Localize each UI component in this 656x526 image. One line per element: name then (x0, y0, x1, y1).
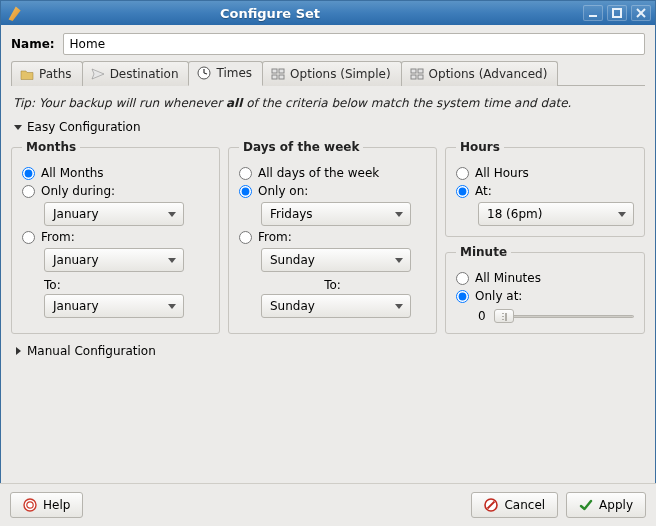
chevron-down-icon (394, 209, 404, 219)
radio-label: Only on: (258, 184, 308, 198)
days-only-on-option[interactable]: Only on: (239, 184, 426, 198)
svg-rect-9 (272, 75, 277, 79)
radio-label: Only during: (41, 184, 115, 198)
months-all-option[interactable]: All Months (22, 166, 209, 180)
expander-label: Manual Configuration (27, 344, 156, 358)
hours-at-radio[interactable] (456, 185, 469, 198)
chevron-down-icon (167, 301, 177, 311)
radio-label: At: (475, 184, 492, 198)
tab-options-simple[interactable]: Options (Simple) (262, 61, 401, 86)
months-to-select[interactable]: January (44, 294, 184, 318)
name-input[interactable] (63, 33, 645, 55)
minute-value: 0 (478, 309, 486, 323)
radio-label: All days of the week (258, 166, 379, 180)
hours-all-radio[interactable] (456, 167, 469, 180)
chevron-down-icon (617, 209, 627, 219)
select-value: January (53, 207, 99, 221)
manual-config-expander[interactable]: Manual Configuration (11, 334, 645, 358)
days-from-select[interactable]: Sunday (261, 248, 411, 272)
months-only-during-option[interactable]: Only during: (22, 184, 209, 198)
months-all-radio[interactable] (22, 167, 35, 180)
days-only-on-radio[interactable] (239, 185, 252, 198)
radio-label: All Hours (475, 166, 529, 180)
days-to-select[interactable]: Sunday (261, 294, 411, 318)
tab-bar: Paths Destination Times Options (Simple)… (11, 61, 645, 86)
hours-all-option[interactable]: All Hours (456, 166, 634, 180)
minute-group: Minute All Minutes Only at: 0 (445, 245, 645, 334)
tab-paths[interactable]: Paths (11, 61, 83, 86)
days-only-on-select[interactable]: Fridays (261, 202, 411, 226)
radio-label: From: (258, 230, 292, 244)
tab-label: Options (Advanced) (429, 67, 548, 81)
titlebar: Configure Set (1, 1, 655, 25)
minute-legend: Minute (456, 245, 511, 259)
tab-times[interactable]: Times (188, 61, 263, 86)
select-value: Fridays (270, 207, 313, 221)
tab-label: Paths (39, 67, 72, 81)
months-from-option[interactable]: From: (22, 230, 209, 244)
days-from-radio[interactable] (239, 231, 252, 244)
days-legend: Days of the week (239, 140, 363, 154)
maximize-button[interactable] (607, 5, 627, 21)
tab-options-advanced[interactable]: Options (Advanced) (401, 61, 559, 86)
minute-all-radio[interactable] (456, 272, 469, 285)
months-only-during-radio[interactable] (22, 185, 35, 198)
chevron-down-icon (167, 255, 177, 265)
months-to-label: To: (44, 278, 209, 292)
months-from-select[interactable]: January (44, 248, 184, 272)
chevron-down-icon (394, 255, 404, 265)
tab-label: Options (Simple) (290, 67, 390, 81)
tab-destination[interactable]: Destination (82, 61, 190, 86)
button-label: Help (43, 498, 70, 512)
select-value: January (53, 253, 99, 267)
days-all-option[interactable]: All days of the week (239, 166, 426, 180)
chevron-down-icon (394, 301, 404, 311)
svg-point-15 (24, 499, 36, 511)
select-value: January (53, 299, 99, 313)
button-label: Cancel (504, 498, 545, 512)
tab-label: Times (216, 66, 252, 80)
minute-only-at-option[interactable]: Only at: (456, 289, 634, 303)
easy-config-expander[interactable]: Easy Configuration (11, 118, 645, 140)
select-value: Sunday (270, 299, 315, 313)
svg-rect-11 (411, 69, 416, 73)
days-to-label: To: (239, 278, 426, 292)
expander-label: Easy Configuration (27, 120, 140, 134)
minute-all-option[interactable]: All Minutes (456, 271, 634, 285)
radio-label: All Minutes (475, 271, 541, 285)
days-from-option[interactable]: From: (239, 230, 426, 244)
close-button[interactable] (631, 5, 651, 21)
window-buttons (583, 5, 651, 21)
hours-at-select[interactable]: 18 (6pm) (478, 202, 634, 226)
cancel-button[interactable]: Cancel (471, 492, 558, 518)
months-from-radio[interactable] (22, 231, 35, 244)
hours-at-option[interactable]: At: (456, 184, 634, 198)
months-only-during-select[interactable]: January (44, 202, 184, 226)
slider-thumb[interactable] (494, 309, 514, 323)
minimize-button[interactable] (583, 5, 603, 21)
radio-label: Only at: (475, 289, 522, 303)
window-title: Configure Set (0, 6, 583, 21)
svg-rect-13 (411, 75, 416, 79)
days-group: Days of the week All days of the week On… (228, 140, 437, 334)
radio-label: All Months (41, 166, 104, 180)
minute-only-at-radio[interactable] (456, 290, 469, 303)
clock-icon (197, 66, 211, 80)
help-button[interactable]: Help (10, 492, 83, 518)
options-icon (271, 67, 285, 81)
send-icon (91, 67, 105, 81)
days-all-radio[interactable] (239, 167, 252, 180)
select-value: Sunday (270, 253, 315, 267)
chevron-down-icon (167, 209, 177, 219)
button-label: Apply (599, 498, 633, 512)
cancel-icon (484, 498, 498, 512)
minute-slider[interactable] (494, 309, 634, 323)
hours-group: Hours All Hours At: 18 (6pm) (445, 140, 645, 237)
help-icon (23, 498, 37, 512)
expander-open-icon (13, 122, 23, 132)
apply-button[interactable]: Apply (566, 492, 646, 518)
select-value: 18 (6pm) (487, 207, 542, 221)
tab-label: Destination (110, 67, 179, 81)
months-legend: Months (22, 140, 80, 154)
folder-icon (20, 67, 34, 81)
